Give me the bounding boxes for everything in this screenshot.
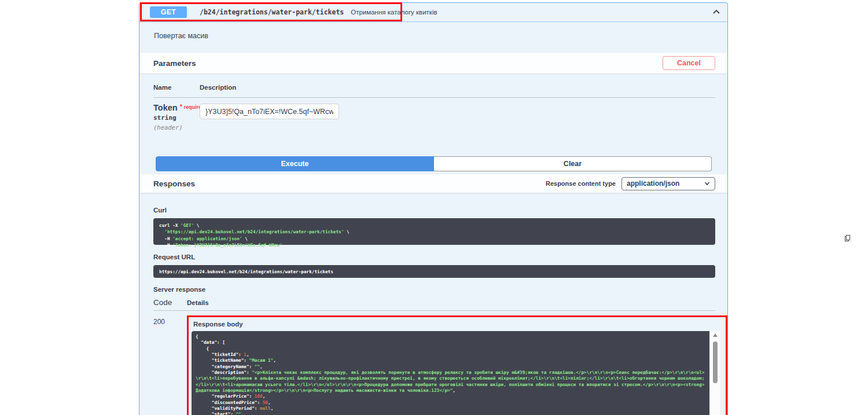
status-code: 200: [153, 315, 187, 415]
parameters-table: Name Description Token * required string…: [139, 74, 727, 174]
curl-label: Curl: [153, 207, 715, 214]
http-method-badge: GET: [150, 6, 187, 18]
execute-button[interactable]: Execute: [156, 156, 434, 171]
responses-section-header: Responses Response content type applicat…: [139, 174, 727, 193]
content-type-value: application/json: [627, 179, 704, 188]
cancel-button[interactable]: Cancel: [663, 56, 715, 70]
token-param-type: string: [153, 114, 200, 122]
token-param-location: (header): [153, 124, 200, 131]
response-body-highlight: Response body { "data": [ { "ticketId": …: [187, 315, 727, 415]
content-type-label: Response content type: [546, 180, 616, 187]
execute-button-group: Execute Clear: [156, 156, 712, 171]
clear-button[interactable]: Clear: [434, 156, 712, 171]
scroll-up-arrow-icon[interactable]: [713, 333, 718, 337]
response-content-type: Response content type application/json: [546, 177, 715, 190]
collapse-button[interactable]: [712, 8, 720, 16]
responses-title: Responses: [153, 179, 195, 188]
chevron-up-icon: [712, 8, 720, 16]
api-endpoint-block: GET /b24/integrations/water-park/tickets…: [139, 2, 728, 415]
content-type-select[interactable]: application/json: [621, 177, 715, 190]
column-description: Description: [200, 84, 236, 93]
parameters-section-header: Parameters Cancel: [139, 53, 727, 74]
column-name: Name: [153, 84, 200, 93]
token-input[interactable]: [200, 104, 339, 119]
code-column-header: Code: [153, 298, 187, 307]
response-body-label: Response body: [193, 321, 721, 328]
response-body-scrollbar[interactable]: [711, 331, 720, 415]
chevron-down-icon: [704, 181, 710, 186]
divider: [153, 310, 715, 311]
response-body-json: { "data": [ { "ticketId": 1, "ticketName…: [192, 331, 709, 415]
token-name-cell: Token * required string (header): [153, 102, 200, 142]
scrollbar-thumb[interactable]: [713, 341, 718, 383]
token-value-cell: [200, 102, 339, 142]
copy-to-clipboard-button[interactable]: [843, 234, 852, 243]
response-row-200: 200 Response body { "data": [ { "ticketI…: [153, 315, 715, 415]
token-param-name: Token * required: [153, 103, 200, 112]
responses-area: Curl curl -X 'GET' \ 'https://api.dev24.…: [139, 193, 727, 415]
details-column-header: Details: [187, 299, 209, 306]
divider: [153, 97, 715, 98]
response-table-head: Code Details: [153, 298, 715, 307]
endpoint-summary-text: Отримання каталогу квитків: [351, 9, 437, 16]
endpoint-description: Повертає масив: [139, 22, 727, 53]
parameters-table-head: Name Description: [153, 84, 715, 93]
curl-command: curl -X 'GET' \ 'https://api.dev24.bukov…: [153, 218, 715, 245]
endpoint-path: /b24/integrations/water-park/tickets: [200, 8, 344, 16]
clipboard-icon: [845, 235, 850, 241]
token-parameter-row: Token * required string (header): [153, 102, 715, 142]
server-response-label: Server response: [153, 286, 715, 293]
request-url-label: Request URL: [153, 254, 715, 260]
parameters-title: Parameters: [153, 59, 196, 68]
request-url-value: https://api.dev24.bukovel.net/b24/integr…: [153, 265, 715, 278]
endpoint-summary[interactable]: GET /b24/integrations/water-park/tickets…: [139, 3, 727, 22]
